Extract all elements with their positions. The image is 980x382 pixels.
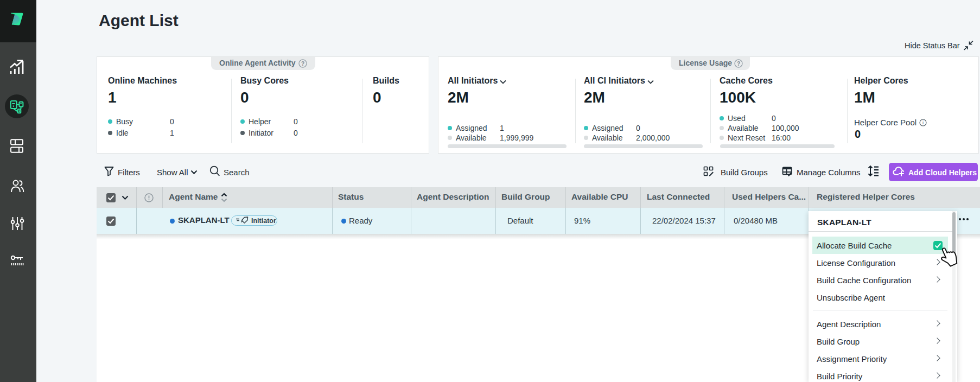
svg-text:i: i (922, 120, 924, 125)
svg-text:?: ? (737, 61, 740, 67)
svg-text:?: ? (301, 61, 304, 67)
